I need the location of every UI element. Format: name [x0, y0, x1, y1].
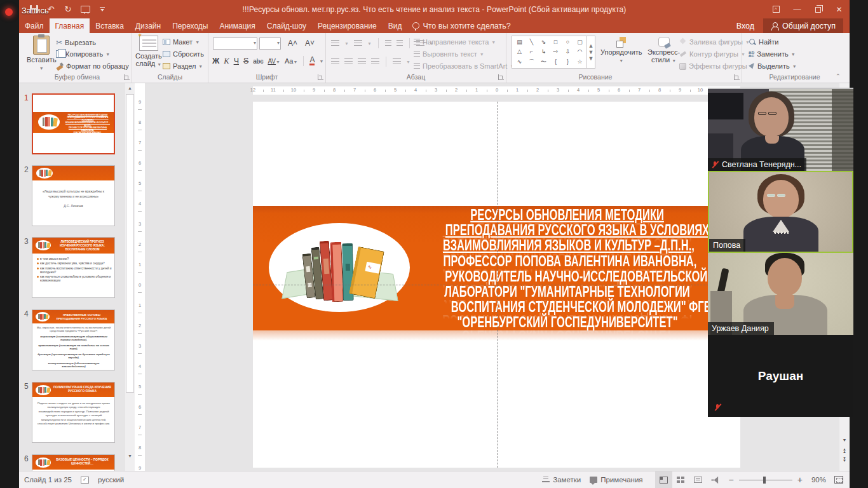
- increase-font-icon[interactable]: А˄: [286, 39, 299, 48]
- zoom-level[interactable]: 90%: [808, 476, 830, 484]
- char-spacing-button[interactable]: AV▼: [268, 58, 280, 65]
- select-button[interactable]: Выделить▼: [749, 62, 797, 70]
- font-size-combo[interactable]: [259, 37, 281, 50]
- vertical-guide[interactable]: [497, 102, 498, 468]
- participant-video-2[interactable]: Попова: [708, 171, 853, 253]
- slide-thumbnail-2[interactable]: «Люди высокой культуры не враждебны к чу…: [32, 165, 115, 226]
- shape-glyph[interactable]: ⇨: [550, 46, 562, 56]
- fit-to-window-button[interactable]: [830, 471, 847, 488]
- italic-button[interactable]: К: [224, 57, 229, 66]
- language-indicator[interactable]: русский: [98, 476, 124, 484]
- drawing-dialog-launcher[interactable]: [734, 74, 740, 80]
- participant-video-4[interactable]: Раушан: [708, 335, 853, 417]
- shapes-scrollbar[interactable]: ▲▼▼: [587, 36, 595, 68]
- customize-qat-icon[interactable]: [97, 4, 108, 15]
- slide-title-text[interactable]: РЕСУРСЫ ОБНОВЛЕНИЯ МЕТОДИКИРЕСУРСЫ ОБНОВ…: [394, 208, 740, 331]
- shape-outline-button[interactable]: Контур фигуры▼: [679, 50, 745, 58]
- bullets-icon[interactable]: [331, 40, 339, 47]
- tab-slideshow[interactable]: Слайд-шоу: [261, 18, 312, 33]
- clear-strike-button[interactable]: abc: [253, 58, 263, 65]
- shape-glyph[interactable]: ▢: [574, 37, 586, 46]
- shape-glyph[interactable]: □: [550, 37, 562, 46]
- tab-animations[interactable]: Анимация: [214, 18, 261, 33]
- shape-glyph[interactable]: ⇘: [538, 37, 550, 46]
- slide-thumbnail-3[interactable]: ЛИТВОВЕДЧЕСКИЙ ПРОГНОЗ ИЗУЧЕНИЯ РУССКОГО…: [32, 237, 115, 298]
- section-button[interactable]: Раздел▼: [163, 62, 203, 70]
- sign-in-button[interactable]: Вход: [728, 18, 763, 33]
- shape-glyph[interactable]: ⌒: [526, 56, 538, 67]
- reset-button[interactable]: Сбросить: [163, 50, 204, 58]
- slide-thumbnail-5[interactable]: ПОЛИКУЛЬТУРНАЯ СРЕДА ИЗУЧЕНИЯ РУССКОГО Я…: [32, 382, 115, 443]
- start-slideshow-icon[interactable]: [79, 4, 91, 15]
- copy-button[interactable]: Копировать▼: [56, 50, 110, 58]
- slide-canvas[interactable]: РЕСУРСЫ ОБНОВЛЕНИЯ МЕТОДИКИРЕСУРСЫ ОБНОВ…: [253, 102, 740, 468]
- paste-button[interactable]: Вставить▼: [27, 36, 57, 72]
- shape-glyph[interactable]: }: [562, 56, 574, 67]
- thumbnails-scrollbar[interactable]: ▲ ▼: [125, 83, 135, 471]
- reading-view-button[interactable]: [689, 471, 707, 488]
- thumbs-scroll-up-icon[interactable]: ▲: [125, 83, 135, 93]
- ribbon-display-options-icon[interactable]: [766, 0, 787, 18]
- layout-button[interactable]: Макет▼: [163, 38, 200, 46]
- increase-indent-icon[interactable]: [397, 40, 403, 47]
- shapes-gallery[interactable]: ▤╲⇘□○▢ △⌐↳⇨⇩◠ ∿⌒〜{}☆ ▲▼▼: [512, 36, 595, 69]
- tab-review[interactable]: Рецензирование: [312, 18, 383, 33]
- text-direction-button[interactable]: Направление текста▼: [414, 38, 496, 46]
- tell-me-box[interactable]: Что вы хотите сделать?: [407, 18, 515, 33]
- find-button[interactable]: Найти: [749, 38, 778, 46]
- align-center-icon[interactable]: [344, 58, 353, 65]
- arrange-button[interactable]: Упорядочить▼: [600, 37, 642, 65]
- restore-icon[interactable]: [808, 0, 829, 18]
- tab-design[interactable]: Дизайн: [130, 18, 166, 33]
- slide-thumbnail-6[interactable]: БАЗОВЫЕ ЦЕННОСТИ – ПОРЯДОК ЦЕННОСТЕЙ… Це…: [32, 454, 115, 471]
- change-case-button[interactable]: Aa▼: [285, 57, 297, 65]
- redo-icon[interactable]: ↻: [62, 4, 74, 15]
- decrease-font-icon[interactable]: А˅: [303, 39, 316, 48]
- font-dialog-launcher[interactable]: [318, 74, 323, 80]
- shape-glyph[interactable]: {: [550, 56, 562, 67]
- shape-glyph[interactable]: ⇩: [562, 46, 574, 56]
- format-painter-button[interactable]: Формат по образцу: [56, 62, 129, 70]
- tab-home[interactable]: Главная: [50, 18, 90, 33]
- shape-glyph[interactable]: ∿: [513, 56, 526, 67]
- align-text-button[interactable]: Выровнять текст▼: [414, 50, 484, 58]
- tab-file[interactable]: Файл: [19, 18, 50, 33]
- cut-button[interactable]: ✂Вырезать: [56, 38, 96, 47]
- shape-glyph[interactable]: △: [513, 46, 526, 56]
- font-name-combo[interactable]: [213, 37, 257, 50]
- minimize-icon[interactable]: —: [787, 0, 808, 18]
- scroll-down-icon[interactable]: ▼: [839, 435, 850, 444]
- strikethrough-button[interactable]: S: [243, 57, 248, 65]
- slideshow-view-button[interactable]: [707, 471, 724, 488]
- shape-glyph[interactable]: ╲: [526, 37, 538, 46]
- tab-insert[interactable]: Вставка: [90, 18, 130, 33]
- share-button[interactable]: Общий доступ: [763, 18, 843, 33]
- justify-icon[interactable]: [371, 58, 379, 65]
- tab-view[interactable]: Вид: [383, 18, 408, 33]
- clipboard-dialog-launcher[interactable]: [124, 74, 130, 80]
- tab-transitions[interactable]: Переходы: [166, 18, 214, 33]
- thumbs-scroll-down-icon[interactable]: ▼: [125, 451, 135, 461]
- previous-slide-icon[interactable]: ▲▲: [839, 446, 850, 455]
- slide-thumbnail-4[interactable]: НРАВСТВЕННЫЕ ОСНОВЫ ПРЕПОДАВАНИЯ РУССКОГ…: [32, 309, 115, 370]
- participant-video-3[interactable]: Уржаев Данияр: [708, 253, 853, 335]
- shape-glyph[interactable]: 〜: [538, 56, 550, 67]
- shape-glyph[interactable]: ▤: [513, 37, 526, 46]
- columns-icon[interactable]: [393, 58, 401, 65]
- normal-view-button[interactable]: [655, 471, 672, 488]
- zoom-slider-thumb[interactable]: [763, 477, 766, 484]
- shape-fill-button[interactable]: Заливка фигуры▼: [679, 38, 750, 46]
- quick-styles-button[interactable]: Экспресс-стили ▼: [648, 37, 680, 65]
- align-left-icon[interactable]: [331, 58, 339, 65]
- numbering-icon[interactable]: [354, 40, 362, 47]
- smartart-button[interactable]: Преобразовать в SmartArt▼: [414, 62, 514, 70]
- participant-video-1[interactable]: Светлана Тенерядн...: [708, 89, 853, 171]
- zoom-slider[interactable]: [739, 480, 792, 480]
- zoom-in-icon[interactable]: +: [797, 475, 803, 485]
- spellcheck-icon[interactable]: [81, 476, 89, 484]
- underline-button[interactable]: Ч: [234, 57, 239, 65]
- decrease-indent-icon[interactable]: [385, 40, 391, 47]
- align-right-icon[interactable]: [358, 58, 366, 65]
- slide-thumbnail-1[interactable]: РЕСУРСЫ ОБНОВЛЕНИЯ МЕТОДИКИ ПРЕПОДАВАНИЯ…: [32, 93, 115, 154]
- bold-button[interactable]: Ж: [212, 57, 219, 65]
